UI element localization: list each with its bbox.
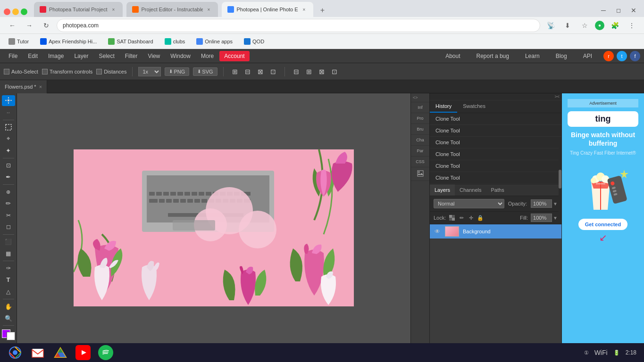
lock-move-btn[interactable]: ✛ xyxy=(468,214,474,221)
menu-filter[interactable]: Filter xyxy=(120,51,142,61)
profile-icon[interactable]: ● xyxy=(595,21,604,30)
bookmark-sat[interactable]: SAT Dashboard xyxy=(105,37,156,46)
select-rect-tool[interactable] xyxy=(2,122,15,132)
heal-tool[interactable]: ⊕ xyxy=(2,187,15,197)
menu-image[interactable]: Image xyxy=(43,51,68,61)
transform-controls-control[interactable]: Transform controls xyxy=(42,69,92,74)
history-scroll-thumb[interactable] xyxy=(559,170,561,189)
file-tab-flowers[interactable]: Flowers.psd * × xyxy=(0,80,47,93)
window-restore-btn[interactable]: ◻ xyxy=(612,6,625,15)
address-bar[interactable]: photopea.com xyxy=(57,19,540,32)
tab-close-2[interactable]: × xyxy=(206,6,212,13)
taskbar-chrome-icon[interactable] xyxy=(8,345,23,360)
brush-tool[interactable]: ✏ xyxy=(2,198,15,209)
svg-export-btn[interactable]: ⬇ SVG xyxy=(193,67,217,76)
tab-history[interactable]: History xyxy=(430,100,457,113)
distances-checkbox[interactable] xyxy=(96,69,102,74)
collapse-right-btn[interactable]: >< xyxy=(554,94,560,99)
history-item-4[interactable]: Clone Tool xyxy=(430,160,561,172)
refresh-btn[interactable]: ↻ xyxy=(40,19,53,32)
eraser-tool[interactable]: ◻ xyxy=(2,222,15,232)
align-spread-btn[interactable]: ⊡ xyxy=(268,66,279,77)
eyedropper-tool[interactable]: ✒ xyxy=(2,172,15,182)
forward-btn[interactable]: → xyxy=(23,19,36,32)
toggle-expand-tool[interactable]: ↔ xyxy=(2,107,15,118)
menu-api[interactable]: API xyxy=(578,51,597,61)
menu-layer[interactable]: Layer xyxy=(69,51,93,61)
fill-tool[interactable]: ⬛ xyxy=(2,237,15,247)
layer-visibility-btn[interactable]: 👁 xyxy=(434,228,441,235)
align-left-btn[interactable]: ⊞ xyxy=(229,66,241,77)
collapse-left-btn[interactable]: <> xyxy=(413,95,418,100)
minimize-btn[interactable] xyxy=(12,8,19,15)
layers-tab-paths[interactable]: Paths xyxy=(486,184,509,196)
tab-close-3[interactable]: × xyxy=(301,6,308,13)
side-nav-img[interactable] xyxy=(411,167,429,181)
history-item-1[interactable]: Clone Tool xyxy=(430,125,561,137)
fill-input[interactable] xyxy=(531,214,552,222)
history-item-0[interactable]: Clone Tool xyxy=(430,113,561,125)
reddit-icon[interactable]: r xyxy=(603,51,614,61)
window-close-btn[interactable]: ✕ xyxy=(627,6,640,15)
download-icon[interactable]: ⬇ xyxy=(561,19,574,32)
menu-select[interactable]: Select xyxy=(94,51,119,61)
extension-icon[interactable]: 🧩 xyxy=(608,19,621,32)
bookmark-online-apps[interactable]: Online apps xyxy=(193,37,235,46)
auto-select-control[interactable]: Auto-Select xyxy=(4,69,38,74)
menu-more[interactable]: More xyxy=(196,51,218,61)
twitter-icon[interactable]: t xyxy=(617,51,627,61)
opacity-input[interactable] xyxy=(531,199,552,208)
menu-report-bug[interactable]: Report a bug xyxy=(472,51,514,61)
bookmark-icon[interactable]: ☆ xyxy=(578,19,591,32)
new-tab-button[interactable]: + xyxy=(316,4,329,17)
align-vmiddle-btn[interactable]: ⊞ xyxy=(303,66,315,77)
side-nav-par[interactable]: Par xyxy=(411,146,429,156)
lock-checkerboard-btn[interactable] xyxy=(449,214,455,221)
align-right-btn[interactable]: ⊠ xyxy=(255,66,266,77)
align-top-btn[interactable]: ⊟ xyxy=(291,66,302,77)
layer-item-background[interactable]: 👁 Background xyxy=(430,224,561,239)
tab-swatches[interactable]: Swatches xyxy=(457,100,491,113)
bookmark-apex[interactable]: Apex Friendship Hi... xyxy=(37,37,100,46)
file-tab-close[interactable]: × xyxy=(39,84,42,90)
history-item-5[interactable]: Clone Tool xyxy=(430,172,561,184)
menu-file[interactable]: File xyxy=(4,51,22,61)
maximize-btn[interactable] xyxy=(21,8,27,15)
gradient-tool[interactable]: ▦ xyxy=(2,248,15,259)
history-scrollbar[interactable] xyxy=(559,141,561,217)
menu-edit[interactable]: Edit xyxy=(23,51,42,61)
history-item-2[interactable]: Clone Tool xyxy=(430,137,561,148)
hand-tool[interactable]: ✋ xyxy=(2,301,15,312)
opacity-dropdown-btn[interactable]: ▼ xyxy=(553,201,558,206)
bookmark-clubs[interactable]: clubs xyxy=(162,37,188,46)
auto-select-checkbox[interactable] xyxy=(4,69,9,74)
tab-close-1[interactable]: × xyxy=(110,6,117,13)
align-bottom-btn[interactable]: ⊠ xyxy=(316,66,327,77)
tab-instructables[interactable]: Project Editor - Instructables × xyxy=(126,2,218,17)
facebook-icon[interactable]: f xyxy=(630,51,640,61)
menu-icon[interactable]: ⋮ xyxy=(625,19,638,32)
menu-window[interactable]: Window xyxy=(166,51,195,61)
shape-tool[interactable]: △ xyxy=(2,286,15,297)
zoom-tool[interactable]: 🔍 xyxy=(2,313,15,324)
side-nav-bru[interactable]: Bru xyxy=(411,124,429,135)
lock-lock-btn[interactable]: 🔒 xyxy=(477,214,484,221)
taskbar-drive-icon[interactable] xyxy=(53,345,68,360)
ad-cta-button[interactable]: Get connected xyxy=(578,219,627,230)
history-item-3[interactable]: Clone Tool xyxy=(430,148,561,160)
window-minimize-btn[interactable]: ─ xyxy=(597,6,610,15)
side-nav-pro[interactable]: Pro xyxy=(411,113,429,124)
bookmark-qod[interactable]: QOD xyxy=(241,37,267,46)
magic-wand-tool[interactable]: ✦ xyxy=(2,145,15,156)
tab-photopea-tutorial[interactable]: Photopea Tutorial Project × xyxy=(34,2,123,17)
canvas-image[interactable] xyxy=(73,149,354,307)
transform-checkbox[interactable] xyxy=(42,69,48,74)
menu-view[interactable]: View xyxy=(143,51,165,61)
menu-learn[interactable]: Learn xyxy=(520,51,544,61)
background-color[interactable] xyxy=(7,332,15,340)
text-tool[interactable]: T xyxy=(2,275,15,286)
align-center-btn[interactable]: ⊟ xyxy=(242,66,253,77)
lock-draw-btn[interactable]: ✏ xyxy=(458,214,465,221)
color-swatch-area[interactable] xyxy=(2,329,15,340)
cast-icon[interactable]: 📡 xyxy=(544,19,557,32)
